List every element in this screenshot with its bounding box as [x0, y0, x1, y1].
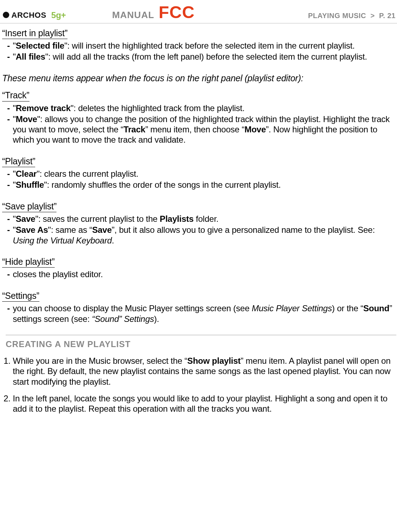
list-item: "Save": saves the current playlist to th… — [13, 214, 396, 224]
section-save-playlist: “Save playlist” — [2, 201, 56, 213]
subheader-creating-playlist: CREATING A NEW PLAYLIST — [6, 335, 396, 349]
bold: Save — [92, 225, 112, 235]
manual-label: MANUAL — [112, 10, 154, 20]
section-insert-in-playlist: “Insert in playlist” — [2, 28, 67, 39]
step-item: In the left panel, locate the songs you … — [13, 393, 396, 414]
list-item: "All files": will add all the tracks (fr… — [13, 51, 396, 62]
brand-dot-icon — [3, 12, 9, 18]
italic: “Sound” Settings — [92, 314, 154, 324]
header-right: PLAYING MUSIC > P. 21 — [308, 11, 396, 20]
fcc-label: FCC — [159, 3, 195, 22]
list-item: "Clear": clears the current playlist. — [13, 169, 396, 179]
desc: : randomly shuffles the order of the son… — [47, 180, 281, 190]
desc: : clears the current playlist. — [39, 169, 138, 179]
list-item: "Save As": same as “Save”, but it also a… — [13, 225, 396, 246]
desc-mid: ” menu item, then choose “ — [145, 125, 244, 134]
bold: Show playlist — [187, 356, 240, 366]
term: Move — [16, 114, 37, 124]
term: Clear — [16, 169, 37, 179]
desc: closes the playlist editor. — [13, 269, 103, 279]
list-settings: you can choose to display the Music Play… — [2, 303, 396, 324]
term: All files — [16, 52, 45, 61]
brand-model: 5g+ — [51, 10, 66, 20]
desc-mid: ”, but it also allows you to give a pers… — [112, 225, 375, 235]
bold: Playlists — [160, 214, 194, 224]
desc-pre: you can choose to display the Music Play… — [13, 303, 252, 313]
section-playlist: “Playlist” — [2, 156, 35, 168]
list-item: "Move": allows you to change the positio… — [13, 114, 396, 145]
bold: Track — [124, 125, 146, 134]
list-item: closes the playlist editor. — [13, 269, 396, 279]
focus-note: These menu items appear when the focus i… — [2, 73, 396, 84]
desc-mid: ) or the “ — [332, 303, 363, 313]
section-hide-playlist: “Hide playlist” — [2, 256, 55, 268]
desc: : deletes the highlighted track from the… — [74, 103, 245, 113]
term: Selected file — [16, 41, 64, 50]
steps-list: While you are in the Music browser, sele… — [2, 356, 396, 414]
desc-pre: : same as “ — [51, 225, 92, 235]
term: Save As — [16, 225, 48, 235]
term: Save — [16, 214, 35, 224]
page-header: ARCHOS 5g+ MANUAL FCC PLAYING MUSIC > P.… — [0, 0, 397, 23]
brand-wordmark: ARCHOS — [11, 11, 46, 20]
term: Shuffle — [16, 180, 44, 190]
list-item: "Remove track": deletes the highlighted … — [13, 103, 396, 113]
list-hide-playlist: closes the playlist editor. — [2, 269, 396, 279]
bold: Move — [244, 125, 266, 134]
list-item: you can choose to display the Music Play… — [13, 303, 396, 324]
step-pre: While you are in the Music browser, sele… — [13, 356, 187, 366]
section-label: PLAYING MUSIC — [308, 12, 366, 20]
bold: Sound — [363, 303, 389, 313]
desc: : will add all the tracks (from the left… — [48, 52, 367, 61]
list-item: "Shuffle": randomly shuffles the order o… — [13, 180, 396, 190]
page-content: “Insert in playlist” "Selected file": wi… — [0, 23, 397, 414]
header-center: MANUAL FCC — [66, 2, 308, 23]
list-track: "Remove track": deletes the highlighted … — [2, 103, 396, 145]
brand-logo: ARCHOS — [3, 11, 46, 20]
desc-pre: : saves the current playlist to the — [38, 214, 160, 224]
list-item: "Selected file": will insert the highlig… — [13, 40, 396, 51]
italic: Using the Virtual Keyboard — [13, 236, 112, 245]
list-playlist: "Clear": clears the current playlist. "S… — [2, 169, 396, 190]
desc-post: folder. — [194, 214, 218, 224]
step-text: In the left panel, locate the songs you … — [13, 394, 387, 413]
list-save-playlist: "Save": saves the current playlist to th… — [2, 214, 396, 246]
section-settings: “Settings” — [2, 290, 39, 302]
desc-post: ). — [154, 314, 159, 324]
desc: : will insert the highlighted track befo… — [67, 41, 355, 50]
section-track: “Track” — [2, 90, 29, 102]
term: Remove track — [16, 103, 71, 113]
italic: Music Player Settings — [252, 303, 332, 313]
list-insert-in-playlist: "Selected file": will insert the highlig… — [2, 40, 396, 62]
step-item: While you are in the Music browser, sele… — [13, 356, 396, 387]
desc-post: . — [112, 236, 114, 245]
breadcrumb-separator: > — [370, 12, 375, 20]
page-number: P. 21 — [379, 12, 396, 20]
